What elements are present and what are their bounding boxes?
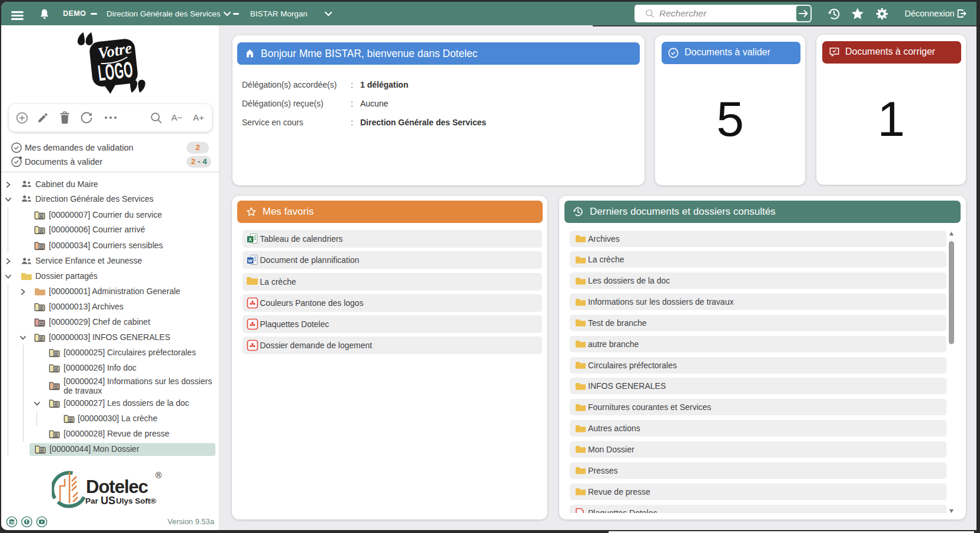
svg-text:f: f (26, 519, 28, 525)
svg-text:®: ® (155, 471, 162, 480)
svg-text:Par: Par (85, 497, 99, 505)
svg-text:W: W (248, 258, 253, 264)
svg-text:in: in (11, 520, 14, 524)
svg-text:US: US (101, 495, 115, 507)
svg-text:Ulys Soft®: Ulys Soft® (116, 497, 157, 505)
svg-text:Dotelec: Dotelec (86, 477, 148, 497)
svg-text:LOGO: LOGO (97, 57, 134, 85)
svg-text:X: X (248, 236, 252, 242)
